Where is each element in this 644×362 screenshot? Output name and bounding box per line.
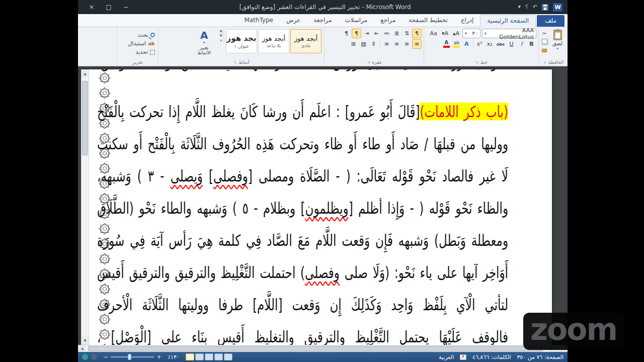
- style-name: بلا تباعد: [267, 43, 281, 48]
- dialog-launcher-icon[interactable]: ↘: [475, 60, 478, 64]
- status-circle-icon[interactable]: [91, 354, 97, 360]
- close-icon[interactable]: ×: [85, 3, 98, 12]
- proofing-status-icon[interactable]: ✗: [460, 354, 466, 360]
- decrease-indent-button[interactable]: ⇤: [372, 29, 381, 38]
- grow-font-button[interactable]: A▴: [451, 29, 461, 38]
- zoom-percent[interactable]: ١٣٠٪: [168, 354, 180, 360]
- text-run: ]: [203, 167, 213, 185]
- bold-button[interactable]: B: [527, 39, 536, 49]
- font-name-combo[interactable]: AAA GoldenLotus ▾: [482, 29, 536, 38]
- numbering-button[interactable]: ≔: [382, 29, 391, 38]
- text-effects-button[interactable]: A: [462, 39, 471, 49]
- zoom-slider-thumb[interactable]: [128, 354, 131, 360]
- zoom-slider[interactable]: − +: [103, 353, 162, 360]
- undo-icon[interactable]: ↶: [533, 3, 537, 11]
- status-circle-icon[interactable]: [82, 354, 88, 360]
- cut-icon[interactable]: ✂: [541, 30, 548, 37]
- align-right-button[interactable]: ≡: [412, 39, 422, 49]
- tab-MathType[interactable]: MathType: [237, 15, 280, 27]
- tab-file[interactable]: ملف: [537, 15, 565, 27]
- replace-icon: ab: [148, 41, 155, 46]
- help-icon[interactable]: ؟: [525, 3, 528, 11]
- paste-button[interactable]: لصق ▾: [549, 29, 566, 58]
- dialog-launcher-icon[interactable]: ↘: [543, 60, 546, 64]
- highlight-color-button[interactable]: ab: [452, 39, 461, 49]
- word-count[interactable]: الكلمات: ٤٦,٨٦٦: [472, 354, 511, 360]
- chevron-down-icon[interactable]: ▾: [518, 3, 521, 11]
- document-text[interactable]: نحو (بشرر) على [الغالب] ورش خصت ترجمتها …: [82, 69, 552, 345]
- format-painter-icon[interactable]: [541, 46, 548, 53]
- chevron-down-icon: ▾: [203, 41, 205, 45]
- outline-view-button[interactable]: [214, 353, 223, 360]
- style-card[interactable]: أبجد هوزبلا تباعد: [258, 29, 289, 53]
- subscript-button[interactable]: x₂: [485, 39, 495, 49]
- ltr-direction-button[interactable]: ¶: [342, 29, 351, 38]
- sort-button[interactable]: ⇅: [402, 29, 412, 38]
- shading-button[interactable]: ▨: [359, 39, 368, 49]
- align-left-button[interactable]: ≡: [392, 39, 401, 49]
- tab-مراسلات[interactable]: مراسلات: [338, 15, 374, 27]
- tab-الصفحة الرئيسية[interactable]: الصفحة الرئيسية: [480, 15, 536, 27]
- style-sample: بجد هوز: [227, 34, 257, 43]
- font-size-combo[interactable]: ٢٠ ▾: [462, 29, 480, 38]
- scroll-down-icon[interactable]: ▼: [220, 34, 222, 38]
- tab-مراجع[interactable]: مراجع: [374, 15, 402, 27]
- increase-indent-button[interactable]: ⇥: [362, 29, 371, 38]
- minimize-icon[interactable]: −: [119, 3, 132, 12]
- copy-icon[interactable]: [541, 38, 548, 45]
- vertical-scroll-thumb[interactable]: [82, 81, 88, 155]
- strikethrough-button[interactable]: abc: [495, 39, 506, 49]
- fullscreen-reading-view-button[interactable]: [195, 353, 204, 360]
- spellcheck-flagged-word: وفصلى: [305, 263, 340, 281]
- rtl-direction-button[interactable]: ¶: [352, 29, 361, 38]
- editing-items: بحثabاستبدالتحديد: [127, 29, 156, 58]
- editing-item-استبدال[interactable]: abاستبدال: [127, 40, 156, 47]
- gallery-more-icon[interactable]: ▾: [220, 39, 222, 43]
- dialog-launcher-icon[interactable]: ↘: [233, 60, 237, 64]
- style-card[interactable]: بجد هوزعنوان ١: [226, 29, 257, 53]
- vertical-scrollbar[interactable]: ▲ ▼: [81, 69, 89, 345]
- gallery-scroll-strip[interactable]: ▲ ▼ ▾: [219, 29, 224, 43]
- page-indicator[interactable]: الصفحة: ٧٦ من ٣٥٠: [517, 354, 564, 360]
- scroll-left-button[interactable]: ◀: [78, 345, 86, 352]
- align-center-button[interactable]: ≡: [402, 39, 412, 49]
- superscript-button[interactable]: x²: [475, 39, 485, 49]
- change-styles-button[interactable]: A ▾ تغيير الأنماط: [191, 29, 217, 55]
- horizontal-scrollbar[interactable]: ◀ ▶: [78, 345, 556, 352]
- zoom-out-icon[interactable]: −: [103, 353, 108, 360]
- show-paragraph-marks-button[interactable]: ¶: [412, 29, 422, 38]
- horizontal-scroll-thumb[interactable]: [88, 346, 543, 351]
- tab-إدراج[interactable]: إدراج: [454, 15, 480, 27]
- justify-button[interactable]: ≡: [382, 39, 391, 49]
- italic-button[interactable]: I: [517, 39, 526, 49]
- draft-view-button[interactable]: [224, 353, 232, 360]
- zoom-in-icon[interactable]: +: [156, 353, 162, 360]
- style-card[interactable]: أبجد هوزعادي: [290, 29, 321, 53]
- editing-item-بحث[interactable]: بحث: [127, 32, 156, 38]
- font-group: AAA GoldenLotus ▾ ٢٠ ▾ A▴ A▾ Aa B I: [424, 27, 538, 66]
- font-color-button[interactable]: A: [442, 39, 451, 49]
- zoom-slider-track[interactable]: [111, 356, 154, 357]
- scroll-down-button[interactable]: ▼: [82, 337, 89, 344]
- scroll-up-button[interactable]: ▲: [82, 70, 89, 77]
- document-page[interactable]: ۞۞۞۞۞۞۞۞۞۞۞۞۞۞۞۞۞۞۞ نحو (بشرر) على [الغا…: [82, 69, 552, 345]
- scroll-up-icon[interactable]: ▲: [220, 29, 222, 33]
- maximize-icon[interactable]: □: [102, 3, 115, 12]
- save-icon[interactable]: [542, 4, 548, 11]
- underline-button[interactable]: U: [507, 39, 516, 49]
- ribbon: لصق ▾ ✂ الحافظة↘ AAA GoldenLotus: [78, 27, 568, 66]
- dialog-launcher-icon[interactable]: ↘: [367, 60, 370, 64]
- print-layout-view-button[interactable]: [186, 353, 194, 360]
- tab-مراجعة[interactable]: مراجعة: [307, 15, 338, 27]
- bullets-button[interactable]: ≣: [392, 29, 401, 38]
- borders-button[interactable]: ⊞: [349, 39, 358, 49]
- tab-عرض[interactable]: عرض: [280, 15, 307, 27]
- shrink-font-button[interactable]: A▾: [440, 29, 450, 38]
- language-indicator[interactable]: العربية: [439, 354, 454, 360]
- web-layout-view-button[interactable]: [205, 353, 213, 360]
- line-spacing-button[interactable]: ⇕: [369, 39, 378, 49]
- tab-تخطيط الصفحة[interactable]: تخطيط الصفحة: [402, 15, 454, 27]
- change-case-button[interactable]: Aa: [429, 29, 439, 38]
- style-name: عنوان ١: [234, 44, 249, 49]
- editing-item-تحديد[interactable]: تحديد: [127, 49, 156, 55]
